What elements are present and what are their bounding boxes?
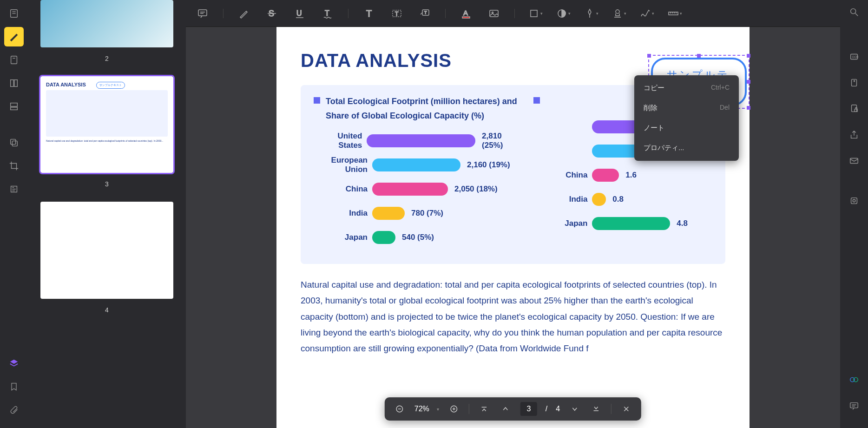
bookmark-icon[interactable] bbox=[4, 377, 24, 396]
search-icon[interactable] bbox=[846, 4, 862, 20]
context-menu-item[interactable]: ノート bbox=[634, 118, 739, 138]
mail-icon[interactable] bbox=[846, 152, 862, 169]
prev-page-icon[interactable] bbox=[499, 402, 512, 415]
chart-bar-value: 540 (5%) bbox=[402, 233, 434, 242]
page-thumbnail-4[interactable] bbox=[40, 202, 173, 299]
chart-title: Total Ecological Footprint (million hect… bbox=[314, 94, 520, 123]
chart-bar-value: 2,160 (19%) bbox=[467, 160, 510, 170]
layers-icon[interactable] bbox=[4, 354, 24, 373]
total-pages: 4 bbox=[556, 405, 560, 413]
chart-bar-row: China 2,050 (18%) bbox=[314, 182, 520, 196]
attachment-icon[interactable] bbox=[4, 400, 24, 420]
callout-icon[interactable]: T bbox=[417, 6, 432, 21]
svg-text:A: A bbox=[463, 9, 468, 17]
resize-handle[interactable] bbox=[697, 54, 701, 58]
chart-bar-value: 2,810 (25%) bbox=[482, 132, 520, 150]
chart-bar-value: 2,050 (18%) bbox=[454, 184, 498, 194]
resize-handle[interactable] bbox=[747, 106, 750, 110]
resize-handle[interactable] bbox=[647, 54, 651, 58]
shape-fill-icon[interactable] bbox=[556, 6, 571, 21]
resize-handle[interactable] bbox=[747, 54, 750, 58]
chart-bar-label: China bbox=[533, 171, 592, 180]
page-nav-bar: 72% / 4 bbox=[385, 397, 641, 421]
svg-text:T: T bbox=[325, 9, 329, 17]
chart-bar-label: Japan bbox=[314, 233, 372, 242]
text-icon[interactable]: T bbox=[362, 6, 376, 21]
ocr-icon[interactable]: OCR bbox=[846, 48, 862, 65]
comment-icon[interactable] bbox=[195, 6, 210, 21]
chart-bar bbox=[592, 217, 670, 230]
chart-bar bbox=[372, 207, 405, 220]
stamp-icon[interactable] bbox=[612, 6, 626, 21]
tool-highlight-icon[interactable] bbox=[4, 27, 24, 46]
chart-bar-label: United States bbox=[314, 132, 367, 150]
context-menu-item[interactable]: 削除Del bbox=[634, 98, 739, 118]
svg-rect-58 bbox=[850, 403, 858, 408]
page-thumbnail-2[interactable] bbox=[40, 0, 173, 47]
svg-rect-26 bbox=[462, 17, 470, 18]
zoom-out-icon[interactable] bbox=[393, 402, 406, 415]
tool-split-icon[interactable] bbox=[4, 73, 24, 93]
tool-scan-icon[interactable] bbox=[4, 179, 24, 199]
textbox-icon[interactable]: T bbox=[389, 6, 404, 21]
svg-text:OCR: OCR bbox=[852, 55, 859, 59]
svg-text:T: T bbox=[395, 11, 399, 17]
chart-bar bbox=[592, 169, 619, 182]
page-canvas[interactable]: DATA ANALYSIS サンプルテキスト Total Ecological … bbox=[186, 27, 840, 428]
squiggly-icon[interactable]: T bbox=[320, 6, 335, 21]
tool-page-icon[interactable] bbox=[4, 50, 24, 70]
ai-icon[interactable] bbox=[846, 371, 862, 388]
annotation-toolbar: S U T T T T A bbox=[186, 0, 840, 27]
close-icon[interactable] bbox=[620, 402, 633, 415]
thumbnail-panel: 2 DATA ANALYSIS サンプルテキスト Natural capital… bbox=[28, 0, 186, 428]
chart-bar-row: India 780 (7%) bbox=[314, 206, 520, 220]
first-page-icon[interactable] bbox=[478, 402, 491, 415]
chart-bar-label: India bbox=[533, 195, 592, 204]
underline-icon[interactable]: U bbox=[292, 6, 307, 21]
tool-copy-icon[interactable] bbox=[4, 133, 24, 152]
svg-text:T: T bbox=[424, 10, 427, 15]
context-menu-item[interactable]: コピーCtrl+C bbox=[634, 78, 739, 98]
zoom-level[interactable]: 72% bbox=[414, 405, 439, 413]
highlighter-icon[interactable] bbox=[237, 6, 251, 21]
text-color-icon[interactable]: A bbox=[459, 6, 473, 21]
chat-icon[interactable] bbox=[846, 397, 862, 414]
next-page-icon[interactable] bbox=[568, 402, 581, 415]
chart-bar-label: China bbox=[314, 184, 372, 194]
svg-rect-54 bbox=[851, 198, 857, 204]
current-page-input[interactable] bbox=[520, 402, 537, 416]
ruler-icon[interactable] bbox=[667, 6, 682, 21]
svg-rect-8 bbox=[11, 107, 18, 110]
svg-rect-10 bbox=[11, 139, 16, 145]
image-icon[interactable] bbox=[487, 6, 501, 21]
last-page-icon[interactable] bbox=[590, 402, 603, 415]
main-area: S U T T T T A DATA ANALYSIS bbox=[186, 0, 840, 428]
left-tool-sidebar bbox=[0, 0, 28, 428]
svg-rect-52 bbox=[855, 109, 857, 112]
chart-bar-row: Japan 4.8 bbox=[533, 217, 730, 230]
body-text: Natural capital use and degradation: tot… bbox=[301, 277, 725, 356]
chart-bar-value: 780 (7%) bbox=[411, 209, 443, 218]
settings-icon[interactable] bbox=[846, 192, 862, 209]
tool-stack-icon[interactable] bbox=[4, 97, 24, 116]
zoom-in-icon[interactable] bbox=[447, 402, 460, 415]
thumbnail-label: 4 bbox=[105, 306, 109, 314]
pin-icon[interactable] bbox=[584, 6, 598, 21]
chart-bar-row: Japan 540 (5%) bbox=[314, 230, 520, 244]
strikethrough-icon[interactable]: S bbox=[264, 6, 279, 21]
share-icon[interactable] bbox=[846, 126, 862, 143]
rotate-icon[interactable] bbox=[846, 74, 862, 91]
page-thumbnail-3[interactable]: DATA ANALYSIS サンプルテキスト Natural capital u… bbox=[40, 76, 173, 173]
svg-rect-9 bbox=[12, 141, 17, 146]
tool-crop-icon[interactable] bbox=[4, 156, 24, 176]
tool-notes-icon[interactable] bbox=[4, 4, 24, 23]
context-menu-item[interactable]: プロパティ... bbox=[634, 138, 739, 158]
lock-page-icon[interactable] bbox=[846, 100, 862, 117]
chart-bar bbox=[372, 158, 460, 171]
chart-bar-label: India bbox=[314, 209, 372, 218]
svg-text:T: T bbox=[366, 8, 372, 19]
resize-handle[interactable] bbox=[747, 80, 750, 84]
shape-icon[interactable] bbox=[528, 6, 543, 21]
svg-rect-27 bbox=[490, 10, 498, 17]
signature-icon[interactable] bbox=[639, 6, 654, 21]
